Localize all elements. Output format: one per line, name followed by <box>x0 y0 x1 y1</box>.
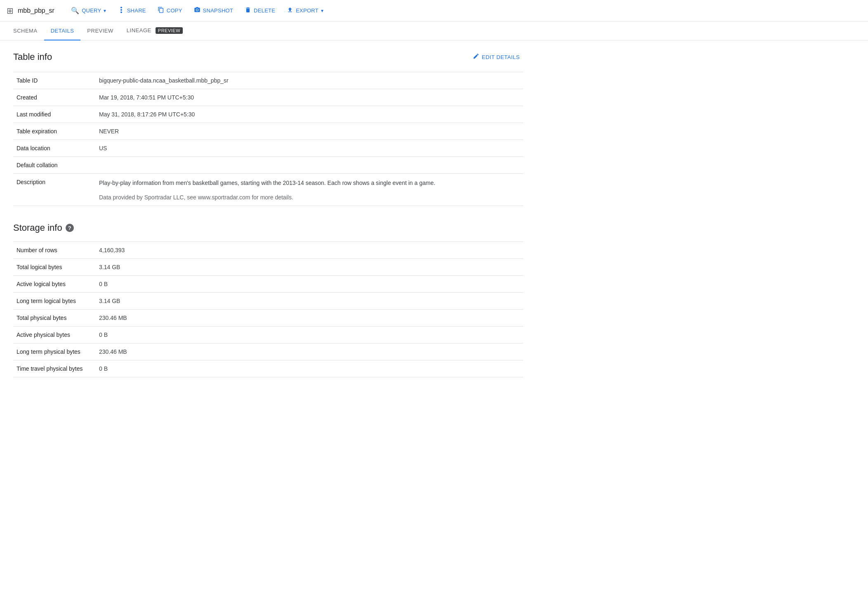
share-button[interactable]: SHARE <box>113 4 151 17</box>
field-value-description: Play-by-play information from men's bask… <box>96 174 523 206</box>
field-label: Created <box>13 89 96 106</box>
edit-icon <box>473 53 479 61</box>
table-row: Long term physical bytes 230.46 MB <box>13 343 523 360</box>
field-value: 0 B <box>96 327 523 343</box>
field-value: 0 B <box>96 276 523 293</box>
edit-details-button[interactable]: EDIT DETAILS <box>469 50 523 64</box>
delete-button[interactable]: DELETE <box>240 4 280 17</box>
field-label: Table ID <box>13 72 96 89</box>
query-icon: 🔍 <box>71 7 79 14</box>
delete-icon <box>245 7 251 15</box>
field-value: 3.14 GB <box>96 293 523 310</box>
tab-lineage[interactable]: LINEAGE PREVIEW <box>120 21 189 40</box>
field-label: Active physical bytes <box>13 327 96 343</box>
table-row: Default collation <box>13 157 523 174</box>
field-value: US <box>96 140 523 157</box>
table-row: Total physical bytes 230.46 MB <box>13 310 523 327</box>
export-button[interactable]: EXPORT ▾ <box>282 4 328 17</box>
field-label: Long term physical bytes <box>13 343 96 360</box>
table-row: Active logical bytes 0 B <box>13 276 523 293</box>
share-icon <box>118 7 125 15</box>
table-row: Data location US <box>13 140 523 157</box>
field-label: Time travel physical bytes <box>13 360 96 377</box>
field-value: NEVER <box>96 123 523 140</box>
storage-info-title: Storage info <box>13 223 62 233</box>
copy-icon <box>158 7 164 15</box>
field-label: Description <box>13 174 96 206</box>
table-info-table: Table ID bigquery-public-data.ncaa_baske… <box>13 72 523 206</box>
storage-info-table: Number of rows 4,160,393 Total logical b… <box>13 241 523 377</box>
field-label: Table expiration <box>13 123 96 140</box>
table-row: Active physical bytes 0 B <box>13 327 523 343</box>
tab-details[interactable]: DETAILS <box>44 22 81 40</box>
toolbar: ⊞ mbb_pbp_sr 🔍 QUERY ▾ SHARE COPY SNAPSH… <box>0 0 868 21</box>
field-label: Number of rows <box>13 242 96 259</box>
field-value: May 31, 2018, 8:17:26 PM UTC+5:30 <box>96 106 523 123</box>
table-info-title: Table info <box>13 52 52 62</box>
export-icon <box>287 7 293 15</box>
tab-schema[interactable]: SCHEMA <box>7 22 44 40</box>
toolbar-title: ⊞ mbb_pbp_sr <box>7 6 54 16</box>
storage-help-icon[interactable]: ? <box>66 224 74 232</box>
table-row: Last modified May 31, 2018, 8:17:26 PM U… <box>13 106 523 123</box>
field-value: 230.46 MB <box>96 310 523 327</box>
export-chevron: ▾ <box>321 8 323 14</box>
copy-button[interactable]: COPY <box>153 4 187 17</box>
field-value: bigquery-public-data.ncaa_basketball.mbb… <box>96 72 523 89</box>
table-row: Table ID bigquery-public-data.ncaa_baske… <box>13 72 523 89</box>
description-secondary: Data provided by Sportradar LLC, see www… <box>99 194 520 201</box>
field-label: Data location <box>13 140 96 157</box>
query-chevron: ▾ <box>104 8 106 14</box>
storage-info-section: Storage info ? Number of rows 4,160,393 … <box>13 223 523 377</box>
field-label: Total logical bytes <box>13 259 96 276</box>
table-row: Number of rows 4,160,393 <box>13 242 523 259</box>
page-title: mbb_pbp_sr <box>18 7 54 14</box>
table-row: Table expiration NEVER <box>13 123 523 140</box>
field-value: 0 B <box>96 360 523 377</box>
field-label: Last modified <box>13 106 96 123</box>
field-value <box>96 157 523 174</box>
tabs-container: SCHEMA DETAILS PREVIEW LINEAGE PREVIEW <box>0 21 868 40</box>
field-value: Mar 19, 2018, 7:40:51 PM UTC+5:30 <box>96 89 523 106</box>
field-label: Long term logical bytes <box>13 293 96 310</box>
table-info-header: Table info EDIT DETAILS <box>13 50 523 64</box>
field-value: 3.14 GB <box>96 259 523 276</box>
snapshot-icon <box>194 7 200 15</box>
table-row: Total logical bytes 3.14 GB <box>13 259 523 276</box>
table-row: Long term logical bytes 3.14 GB <box>13 293 523 310</box>
table-icon: ⊞ <box>7 6 14 16</box>
description-primary: Play-by-play information from men's bask… <box>99 179 520 187</box>
field-value: 4,160,393 <box>96 242 523 259</box>
table-row: Created Mar 19, 2018, 7:40:51 PM UTC+5:3… <box>13 89 523 106</box>
lineage-preview-badge: PREVIEW <box>156 27 183 34</box>
field-label: Active logical bytes <box>13 276 96 293</box>
snapshot-button[interactable]: SNAPSHOT <box>189 4 238 17</box>
main-content: Table info EDIT DETAILS Table ID bigquer… <box>0 40 536 387</box>
table-row-description: Description Play-by-play information fro… <box>13 174 523 206</box>
table-row: Time travel physical bytes 0 B <box>13 360 523 377</box>
storage-info-header: Storage info ? <box>13 223 523 233</box>
query-button[interactable]: 🔍 QUERY ▾ <box>66 4 111 17</box>
field-value: 230.46 MB <box>96 343 523 360</box>
field-label: Total physical bytes <box>13 310 96 327</box>
tab-preview[interactable]: PREVIEW <box>80 22 120 40</box>
field-label: Default collation <box>13 157 96 174</box>
